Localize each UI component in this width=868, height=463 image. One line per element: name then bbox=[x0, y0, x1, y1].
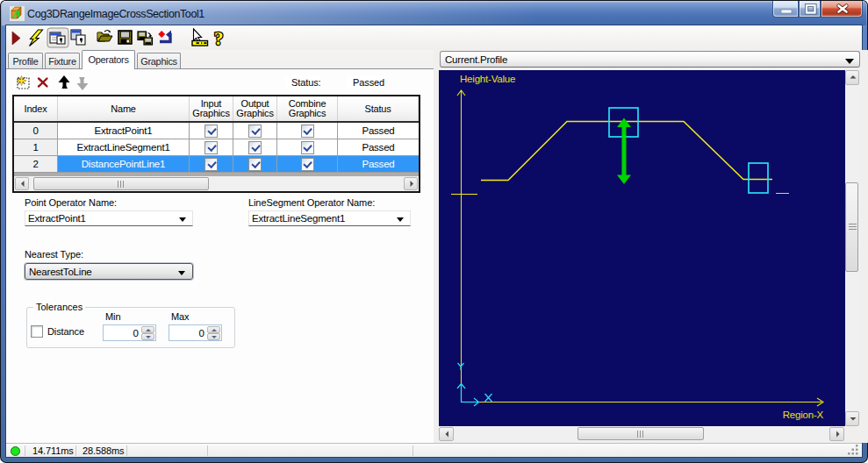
svg-text:Region-X: Region-X bbox=[783, 410, 824, 420]
svg-text:?: ? bbox=[214, 28, 224, 49]
svg-text:Height-Value: Height-Value bbox=[460, 74, 515, 84]
